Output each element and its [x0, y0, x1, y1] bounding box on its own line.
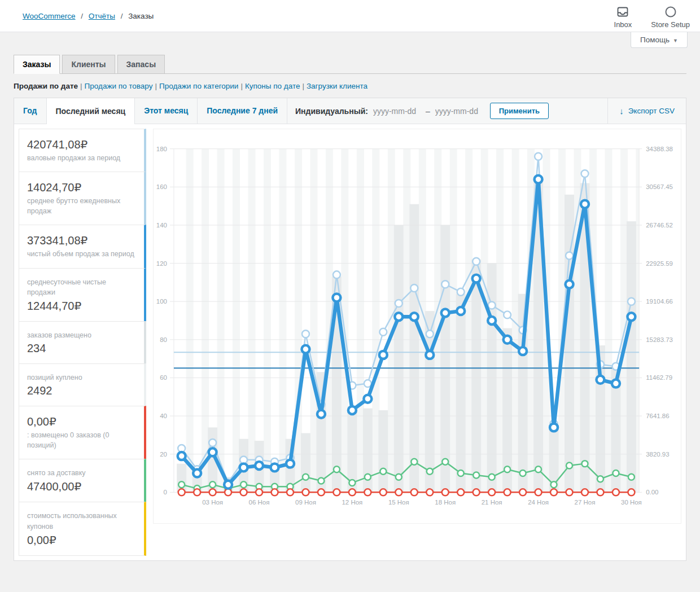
subnav-link[interactable]: Продажи по категории	[159, 82, 238, 90]
stat-label: среднее брутто ежедневных продаж	[27, 196, 136, 216]
data-point	[488, 317, 496, 324]
inbox-icon	[616, 5, 629, 19]
data-point	[535, 176, 542, 183]
range-tab[interactable]: Этот месяц	[135, 98, 198, 124]
chart-section: 00.00203820.93407641.866011462.798015283…	[153, 129, 681, 524]
data-point	[364, 395, 371, 403]
stats-sidebar: 420741,08₽валовые продажи за период14024…	[19, 129, 146, 556]
data-point	[473, 258, 480, 265]
subnav-separator: |	[155, 82, 157, 90]
y-right-tick-label: 7641.86	[646, 413, 669, 419]
data-point	[597, 489, 603, 495]
data-point	[582, 461, 588, 467]
data-point	[271, 463, 279, 471]
data-point	[395, 313, 403, 321]
range-tab[interactable]: Последний месяц	[47, 98, 135, 124]
chevron-down-icon: ▼	[673, 38, 678, 43]
report-tab[interactable]: Запасы	[117, 55, 165, 74]
data-point	[178, 489, 185, 495]
y-right-tick-label: 0.00	[646, 489, 658, 495]
subnav-link[interactable]: Продажи по товару	[85, 82, 153, 90]
date-from-input[interactable]	[372, 106, 422, 116]
breadcrumb-separator: /	[79, 12, 85, 20]
x-tick-label: 09 Ноя	[295, 499, 316, 506]
y-right-tick-label: 19104.66	[646, 298, 673, 305]
data-point	[473, 472, 479, 478]
data-point	[302, 489, 309, 495]
data-point	[566, 280, 574, 288]
stat-value: 2492	[27, 384, 136, 397]
topbar: WooCommerce / Отчёты / Заказы Inbox Stor…	[0, 0, 700, 32]
stat-label: чистый объем продаж за период	[27, 249, 136, 259]
data-point	[458, 470, 464, 476]
data-point	[317, 410, 325, 418]
data-point	[318, 489, 325, 495]
data-point	[395, 489, 402, 495]
x-tick-label: 24 Ноя	[528, 499, 549, 506]
data-point	[473, 275, 480, 283]
data-point	[333, 271, 340, 278]
data-point	[581, 170, 589, 177]
x-tick-label: 18 Ноя	[435, 499, 456, 506]
data-point	[550, 489, 557, 495]
report-body: 420741,08₽валовые продажи за период14024…	[14, 124, 686, 560]
subnav-separator: |	[240, 82, 243, 90]
data-point	[535, 153, 542, 160]
breadcrumb-link[interactable]: Отчёты	[89, 12, 115, 20]
inbox-label: Inbox	[614, 20, 632, 29]
y-left-tick-label: 100	[156, 298, 167, 305]
data-point	[209, 481, 216, 488]
date-range-dash: –	[426, 107, 430, 116]
data-point	[287, 489, 294, 495]
y-left-tick-label: 80	[160, 336, 167, 343]
report-tab[interactable]: Заказы	[14, 55, 60, 74]
stat-box: стоимость использованных купонов0,00₽	[19, 502, 146, 555]
data-point	[318, 478, 324, 484]
inbox-button[interactable]: Inbox	[614, 5, 632, 29]
data-point	[504, 311, 511, 318]
apply-button[interactable]: Применить	[490, 103, 549, 119]
data-point	[581, 200, 589, 208]
data-point	[365, 474, 371, 480]
breadcrumb-link[interactable]: WooCommerce	[23, 12, 76, 20]
store-setup-button[interactable]: Store Setup	[651, 5, 690, 29]
data-point	[488, 301, 496, 309]
stat-value: 420741,08₽	[27, 138, 136, 151]
data-point	[302, 330, 309, 337]
data-point	[333, 489, 340, 495]
data-point	[535, 466, 541, 472]
y-right-tick-label: 34388.38	[646, 146, 673, 152]
x-tick-label: 12 Ноя	[342, 499, 362, 506]
store-setup-progress-icon	[664, 5, 677, 19]
stat-value: 12444,70₽	[27, 299, 136, 313]
data-point	[426, 351, 434, 359]
data-point	[442, 459, 448, 465]
stat-label: стоимость использованных купонов	[27, 511, 136, 531]
breadcrumb-separator: /	[119, 12, 125, 20]
stat-label: снято за доставку	[27, 468, 136, 478]
data-point	[628, 489, 635, 495]
data-point	[410, 313, 418, 321]
range-tab[interactable]: Последние 7 дней	[198, 98, 287, 124]
data-point	[380, 468, 386, 475]
data-point	[581, 489, 588, 495]
data-point	[334, 466, 340, 472]
stat-box: снято за доставку47400,00₽	[19, 459, 146, 502]
data-point	[613, 489, 619, 495]
data-point	[427, 468, 433, 475]
data-point	[612, 380, 620, 388]
subnav-link[interactable]: Купоны по дате	[245, 82, 300, 90]
y-left-tick-label: 60	[160, 374, 167, 381]
data-point	[411, 489, 418, 495]
date-to-input[interactable]	[434, 106, 484, 116]
data-point	[411, 459, 417, 465]
range-tab[interactable]: Год	[14, 98, 47, 124]
y-left-tick-label: 40	[160, 413, 167, 419]
report-tab[interactable]: Клиенты	[62, 55, 115, 74]
data-point	[551, 481, 557, 488]
export-csv-button[interactable]: ↓ Экспорт CSV	[607, 98, 686, 124]
data-point	[364, 489, 371, 495]
help-button[interactable]: Помощь▼	[631, 32, 688, 48]
subnav-link[interactable]: Загрузки клиента	[307, 82, 368, 90]
data-point	[240, 481, 247, 488]
